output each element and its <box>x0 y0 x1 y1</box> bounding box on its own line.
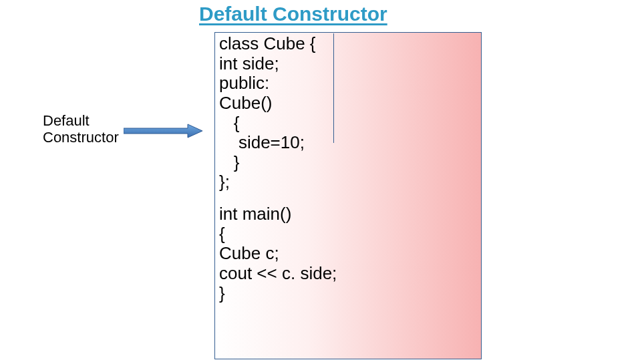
code-line: cout << c. side; <box>219 264 477 284</box>
code-line: int side; <box>219 54 477 74</box>
code-line: }; <box>219 172 477 192</box>
default-constructor-label: Default Constructor <box>43 112 119 146</box>
code-line: class Cube { <box>219 34 477 54</box>
code-line: } <box>219 153 477 173</box>
blank-line <box>219 192 477 204</box>
arrow-right-icon <box>124 123 202 139</box>
code-line: { <box>219 224 477 244</box>
code-line: Cube() <box>219 94 477 114</box>
code-line: } <box>219 284 477 304</box>
svg-marker-0 <box>124 124 202 138</box>
code-line: public: <box>219 73 477 94</box>
code-line: { <box>219 114 477 134</box>
divider-line <box>333 33 334 143</box>
code-line: int main() <box>219 204 477 224</box>
code-box: class Cube { int side; public: Cube() { … <box>214 32 482 359</box>
code-line: side=10; <box>219 133 477 153</box>
label-line-1: Default <box>43 112 90 129</box>
code-line: Cube c; <box>219 244 477 264</box>
slide-title: Default Constructor <box>199 3 387 25</box>
label-line-2: Constructor <box>43 129 119 146</box>
